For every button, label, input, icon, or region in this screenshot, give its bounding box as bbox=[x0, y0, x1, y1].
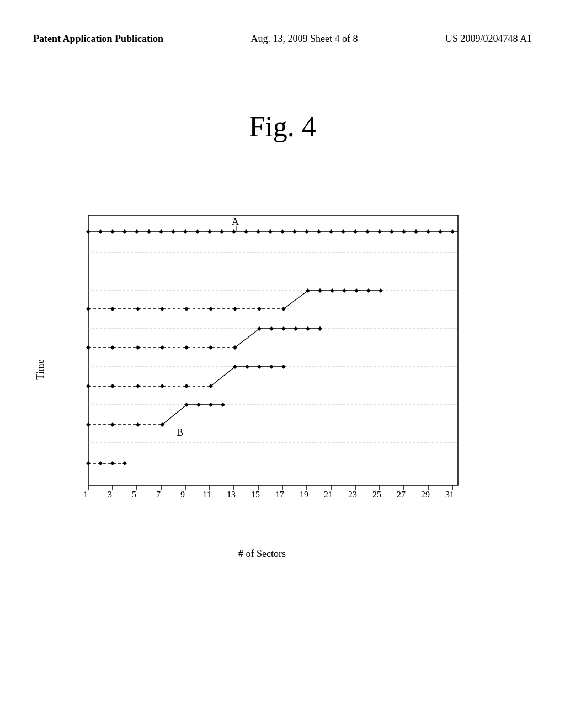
svg-text:3: 3 bbox=[108, 490, 112, 499]
svg-marker-10 bbox=[110, 461, 115, 465]
svg-marker-40 bbox=[86, 345, 90, 350]
svg-marker-34 bbox=[257, 365, 262, 369]
svg-text:27: 27 bbox=[397, 490, 406, 499]
svg-marker-21 bbox=[209, 403, 213, 407]
svg-marker-41 bbox=[110, 345, 115, 350]
y-axis-label: Time bbox=[35, 359, 46, 379]
svg-marker-67 bbox=[330, 288, 334, 293]
svg-marker-59 bbox=[160, 307, 164, 311]
svg-marker-9 bbox=[98, 461, 103, 465]
label-b: B bbox=[177, 427, 183, 438]
svg-marker-71 bbox=[379, 288, 383, 293]
svg-text:19: 19 bbox=[300, 490, 308, 499]
svg-marker-94 bbox=[329, 229, 333, 234]
svg-marker-50 bbox=[294, 326, 298, 331]
svg-line-13 bbox=[162, 405, 186, 425]
svg-text:25: 25 bbox=[372, 490, 381, 499]
svg-marker-95 bbox=[341, 229, 345, 234]
svg-line-54 bbox=[284, 291, 308, 309]
svg-text:7: 7 bbox=[156, 490, 161, 499]
page: Patent Application Publication Aug. 13, … bbox=[0, 0, 565, 728]
svg-marker-48 bbox=[269, 326, 274, 331]
svg-marker-93 bbox=[317, 229, 321, 234]
svg-marker-92 bbox=[305, 229, 309, 234]
svg-marker-90 bbox=[280, 229, 285, 234]
svg-marker-103 bbox=[438, 229, 443, 234]
svg-marker-35 bbox=[269, 365, 274, 369]
figure-title: Fig. 4 bbox=[0, 110, 565, 143]
svg-marker-62 bbox=[233, 307, 237, 311]
label-a: A bbox=[232, 216, 239, 227]
svg-text:5: 5 bbox=[132, 490, 136, 499]
svg-text:13: 13 bbox=[227, 490, 236, 499]
svg-marker-96 bbox=[353, 229, 358, 234]
svg-marker-52 bbox=[318, 326, 322, 331]
chart-container: Time # of Sectors bbox=[55, 210, 469, 529]
svg-marker-29 bbox=[160, 384, 164, 388]
svg-marker-78 bbox=[135, 229, 139, 234]
svg-marker-58 bbox=[136, 307, 140, 311]
svg-text:11: 11 bbox=[202, 490, 211, 499]
svg-marker-81 bbox=[171, 229, 175, 234]
svg-line-38 bbox=[235, 329, 259, 347]
svg-marker-66 bbox=[318, 288, 322, 293]
svg-rect-0 bbox=[88, 215, 458, 485]
svg-marker-15 bbox=[86, 422, 90, 427]
svg-text:15: 15 bbox=[251, 490, 260, 499]
svg-marker-61 bbox=[209, 307, 213, 311]
svg-marker-102 bbox=[426, 229, 430, 234]
x-axis-label: # of Sectors bbox=[55, 548, 469, 560]
svg-marker-8 bbox=[86, 461, 90, 465]
svg-marker-74 bbox=[86, 229, 90, 234]
svg-marker-33 bbox=[245, 365, 249, 369]
header: Patent Application Publication Aug. 13, … bbox=[0, 33, 565, 45]
svg-marker-20 bbox=[196, 403, 201, 407]
svg-marker-87 bbox=[244, 229, 248, 234]
svg-marker-97 bbox=[365, 229, 370, 234]
svg-marker-60 bbox=[184, 307, 189, 311]
svg-marker-80 bbox=[159, 229, 163, 234]
chart-svg: B bbox=[55, 210, 469, 529]
svg-marker-43 bbox=[160, 345, 164, 350]
svg-marker-22 bbox=[221, 403, 225, 407]
svg-marker-44 bbox=[184, 345, 189, 350]
svg-marker-98 bbox=[377, 229, 382, 234]
svg-marker-75 bbox=[98, 229, 103, 234]
svg-text:31: 31 bbox=[445, 490, 454, 499]
header-patent-number: US 2009/0204748 A1 bbox=[445, 33, 532, 45]
svg-marker-68 bbox=[342, 288, 347, 293]
svg-marker-86 bbox=[232, 229, 236, 234]
svg-marker-26 bbox=[86, 384, 90, 388]
svg-marker-89 bbox=[268, 229, 273, 234]
svg-marker-77 bbox=[122, 229, 127, 234]
svg-marker-104 bbox=[450, 229, 455, 234]
svg-line-24 bbox=[211, 367, 235, 386]
svg-text:1: 1 bbox=[83, 490, 88, 499]
svg-marker-28 bbox=[136, 384, 140, 388]
svg-marker-45 bbox=[209, 345, 213, 350]
svg-marker-76 bbox=[110, 229, 115, 234]
svg-marker-63 bbox=[257, 307, 262, 311]
svg-marker-85 bbox=[220, 229, 224, 234]
svg-marker-11 bbox=[122, 461, 127, 465]
svg-text:21: 21 bbox=[324, 490, 333, 499]
svg-marker-83 bbox=[195, 229, 200, 234]
svg-marker-16 bbox=[110, 422, 115, 427]
svg-text:29: 29 bbox=[421, 490, 430, 499]
svg-marker-57 bbox=[110, 307, 115, 311]
header-publication-label: Patent Application Publication bbox=[33, 33, 163, 45]
svg-marker-69 bbox=[354, 288, 359, 293]
svg-marker-49 bbox=[281, 326, 286, 331]
svg-text:17: 17 bbox=[275, 490, 284, 499]
svg-marker-30 bbox=[184, 384, 189, 388]
svg-marker-56 bbox=[86, 307, 90, 311]
svg-marker-91 bbox=[292, 229, 297, 234]
svg-marker-17 bbox=[136, 422, 140, 427]
svg-marker-84 bbox=[207, 229, 212, 234]
svg-marker-70 bbox=[366, 288, 371, 293]
svg-text:9: 9 bbox=[180, 490, 185, 499]
svg-marker-51 bbox=[306, 326, 310, 331]
svg-marker-101 bbox=[414, 229, 418, 234]
svg-marker-100 bbox=[402, 229, 406, 234]
svg-marker-42 bbox=[136, 345, 140, 350]
